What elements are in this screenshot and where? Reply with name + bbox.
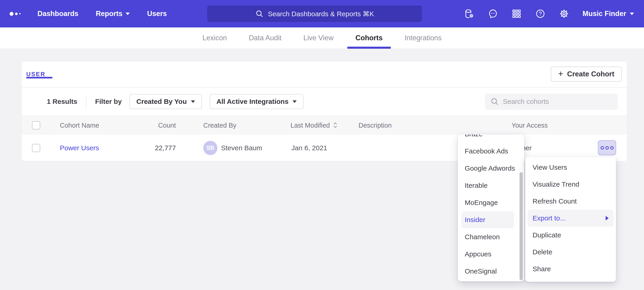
menu-item-moengage[interactable]: MoEngage (458, 194, 524, 211)
apps-grid-icon[interactable] (511, 9, 522, 19)
cohorts-page: USER + Create Cohort 1 Results Filter by… (0, 49, 644, 290)
submenu-scrollbar[interactable] (520, 172, 523, 280)
tab-cohorts[interactable]: Cohorts (356, 28, 383, 48)
export-destination-list: Braze Facebook Ads Google Adwords Iterab… (458, 134, 524, 280)
sort-icon (333, 122, 338, 128)
menu-item-chameleon[interactable]: Chameleon (458, 228, 524, 245)
active-tab-underline (347, 47, 391, 49)
column-last-modified[interactable]: Last Modified (290, 121, 338, 129)
nav-reports[interactable]: Reports (96, 10, 130, 18)
top-navigation-bar: Dashboards Reports Users Search Dashboar… (0, 0, 644, 28)
menu-item-refresh-count[interactable]: Refresh Count (525, 193, 616, 210)
nav-dashboards[interactable]: Dashboards (38, 10, 78, 18)
menu-item-export-to[interactable]: Export to... (528, 210, 614, 227)
column-your-access: Your Access (512, 121, 548, 129)
created-by-value: Steven Baum (221, 144, 262, 152)
dot-icon (610, 146, 614, 150)
cohort-name-link[interactable]: Power Users (60, 144, 99, 152)
create-cohort-button[interactable]: + Create Cohort (551, 67, 622, 82)
menu-item-duplicate[interactable]: Duplicate (525, 227, 616, 244)
column-created-by: Created By (203, 121, 236, 129)
column-description: Description (358, 121, 392, 129)
cohort-search-box[interactable] (485, 94, 618, 110)
column-cohort-name: Cohort Name (60, 121, 99, 129)
menu-item-iterable[interactable]: Iterable (458, 177, 524, 194)
tab-integrations[interactable]: Integrations (404, 28, 442, 48)
section-tabs: Lexicon Data Audit Live View Cohorts Int… (0, 28, 644, 49)
last-modified-value: Jan 6, 2021 (292, 144, 327, 152)
menu-item-onesignal[interactable]: OneSignal (458, 262, 524, 280)
dot-icon (606, 146, 609, 150)
menu-item-share[interactable]: Share (525, 260, 616, 277)
cohorts-panel: USER + Create Cohort 1 Results Filter by… (22, 62, 627, 161)
filter-by-label: Filter by (95, 98, 122, 105)
results-count: 1 Results (47, 98, 77, 105)
menu-item-insider[interactable]: Insider (461, 211, 514, 228)
tab-data-audit[interactable]: Data Audit (249, 28, 281, 48)
feedback-bubble-icon[interactable] (488, 9, 498, 19)
submenu-arrow-icon (606, 216, 608, 220)
row-checkbox[interactable] (32, 144, 40, 152)
created-by-filter-dropdown[interactable]: Created By You (130, 94, 202, 109)
chevron-down-icon (126, 13, 130, 15)
project-name: Music Finder (582, 10, 626, 18)
menu-item-facebook-ads[interactable]: Facebook Ads (458, 142, 524, 160)
nav-users[interactable]: Users (147, 10, 167, 18)
export-to-submenu: Braze Facebook Ads Google Adwords Iterab… (458, 134, 524, 281)
cohort-search-input[interactable] (503, 98, 608, 105)
panel-header: USER + Create Cohort (22, 62, 627, 88)
global-search-bar[interactable]: Search Dashboards & Reports ⌘K (207, 6, 422, 22)
project-switcher[interactable]: Music Finder (582, 10, 634, 18)
menu-item-appcues[interactable]: Appcues (458, 245, 524, 262)
divider (86, 95, 86, 108)
database-gear-icon[interactable] (464, 9, 474, 19)
chevron-down-icon (191, 100, 195, 103)
tab-lexicon[interactable]: Lexicon (202, 28, 227, 48)
svg-text:?: ? (539, 11, 542, 17)
help-circle-icon[interactable]: ? (535, 9, 546, 19)
user-tab-underline (26, 77, 52, 78)
tab-user-cohorts[interactable]: USER (26, 71, 46, 78)
menu-item-visualize-trend[interactable]: Visualize Trend (525, 176, 616, 193)
settings-gear-icon[interactable] (559, 9, 569, 19)
tab-live-view[interactable]: Live View (303, 28, 334, 48)
global-search-placeholder: Search Dashboards & Reports ⌘K (268, 10, 374, 18)
column-count: Count (136, 121, 176, 129)
cohort-count: 22,777 (136, 144, 176, 152)
topbar-actions: ? Music Finder (464, 9, 634, 19)
menu-item-delete[interactable]: Delete (525, 244, 616, 260)
avatar: SB (203, 141, 218, 155)
chevron-down-icon (292, 100, 297, 103)
table-header: Cohort Name Count Created By Last Modifi… (22, 116, 627, 135)
select-all-checkbox[interactable] (32, 121, 40, 129)
menu-item-braze[interactable]: Braze (458, 134, 524, 142)
menu-item-google-adwords[interactable]: Google Adwords (458, 160, 524, 177)
search-icon (255, 9, 264, 18)
filter-toolbar: 1 Results Filter by Created By You All A… (22, 88, 627, 116)
mixpanel-logo-icon[interactable] (10, 12, 23, 16)
menu-item-view-users[interactable]: View Users (525, 159, 616, 176)
context-menu-list: View Users Visualize Trend Refresh Count… (525, 159, 616, 277)
integrations-filter-dropdown[interactable]: All Active Integrations (210, 94, 304, 109)
row-context-menu: View Users Visualize Trend Refresh Count… (525, 157, 616, 282)
dot-icon (600, 146, 604, 150)
plus-icon: + (558, 69, 563, 78)
chevron-down-icon (630, 13, 634, 15)
row-actions-button[interactable] (598, 140, 616, 155)
search-icon (490, 97, 499, 106)
primary-nav: Dashboards Reports Users (38, 10, 167, 18)
